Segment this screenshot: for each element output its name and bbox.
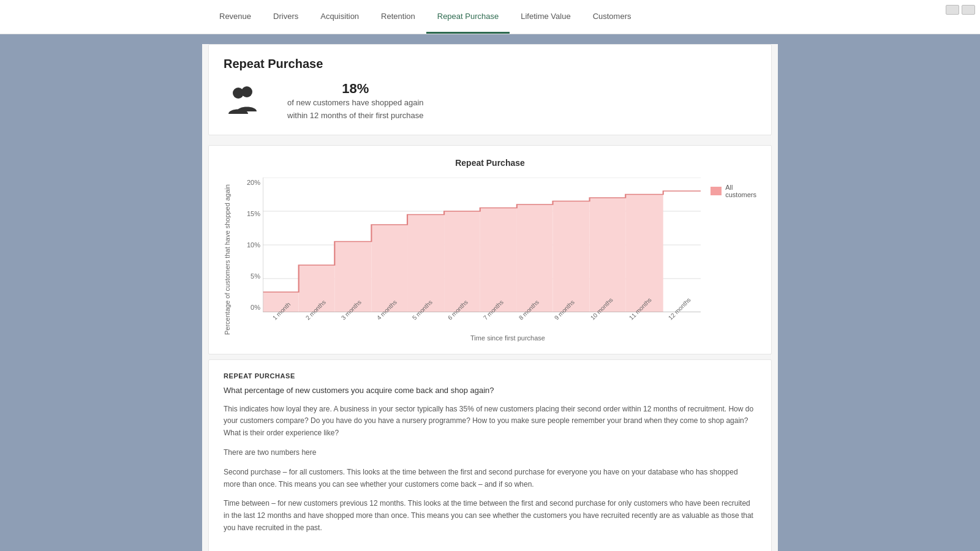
chart-title: Repeat Purchase (224, 158, 756, 168)
tab-customers[interactable]: Customers (582, 0, 643, 34)
y-label-5: 5% (241, 272, 263, 280)
info-section: REPEAT PURCHASE What percentage of new c… (208, 359, 772, 551)
legend-item-all-customers: Allcustomers (710, 184, 756, 198)
info-para-4: Time between – for new customers previou… (224, 498, 756, 534)
info-heading: REPEAT PURCHASE (224, 372, 756, 380)
info-para-3: Second purchase – for all customers. Thi… (224, 467, 756, 491)
stat-number: 18% (287, 81, 424, 97)
y-axis-label: Percentage of customers that have shoppe… (224, 178, 236, 342)
info-para-1: This indicates how loyal they are. A bus… (224, 403, 756, 440)
y-label-15: 15% (241, 210, 263, 217)
svg-rect-14 (517, 204, 553, 312)
main-content: Repeat Purchase 18% of (202, 44, 778, 551)
window-controls (946, 5, 975, 15)
x-axis-label: Time since first purchase (259, 334, 756, 342)
tab-retention[interactable]: Retention (370, 0, 426, 34)
svg-rect-10 (371, 225, 407, 312)
nav-tabs: Revenue Drivers Acquisition Retention Re… (208, 0, 642, 34)
svg-rect-13 (480, 208, 517, 312)
svg-rect-11 (407, 214, 444, 312)
svg-rect-12 (444, 211, 480, 312)
stat-text: of new customers have shopped again with… (287, 97, 424, 122)
maximize-button[interactable] (962, 5, 975, 15)
svg-rect-9 (334, 241, 371, 312)
y-label-10: 10% (241, 241, 263, 249)
svg-rect-15 (552, 201, 589, 312)
tab-revenue[interactable]: Revenue (208, 0, 262, 34)
y-label-20: 20% (241, 179, 263, 186)
chart-container: Percentage of customers that have shoppe… (224, 178, 756, 342)
svg-rect-16 (590, 198, 626, 312)
info-para-2: There are two numbers here (224, 447, 756, 459)
svg-point-1 (233, 88, 244, 99)
chart-card: Repeat Purchase Percentage of customers … (208, 145, 772, 354)
summary-card: Repeat Purchase 18% of (208, 44, 772, 135)
legend-swatch (710, 187, 722, 195)
summary-body: 18% of new customers have shopped again … (224, 81, 756, 122)
top-nav-bar: Revenue Drivers Acquisition Retention Re… (0, 0, 980, 34)
page-title: Repeat Purchase (224, 57, 756, 71)
tab-acquisition[interactable]: Acquisition (309, 0, 370, 34)
stat-block: 18% of new customers have shopped again … (287, 81, 424, 122)
tab-drivers[interactable]: Drivers (262, 0, 309, 34)
customers-icon (224, 84, 263, 119)
minimize-button[interactable] (946, 5, 959, 15)
tab-repeat-purchase[interactable]: Repeat Purchase (426, 0, 510, 34)
chart-legend: Allcustomers (710, 178, 756, 312)
y-label-0: 0% (241, 304, 263, 311)
info-question: What percentage of new customers you acq… (224, 386, 756, 395)
svg-rect-17 (625, 194, 663, 312)
tab-lifetime-value[interactable]: Lifetime Value (510, 0, 581, 34)
chart-svg (263, 178, 701, 312)
page-wrapper: Revenue Drivers Acquisition Retention Re… (0, 0, 980, 551)
legend-label: Allcustomers (725, 184, 756, 198)
